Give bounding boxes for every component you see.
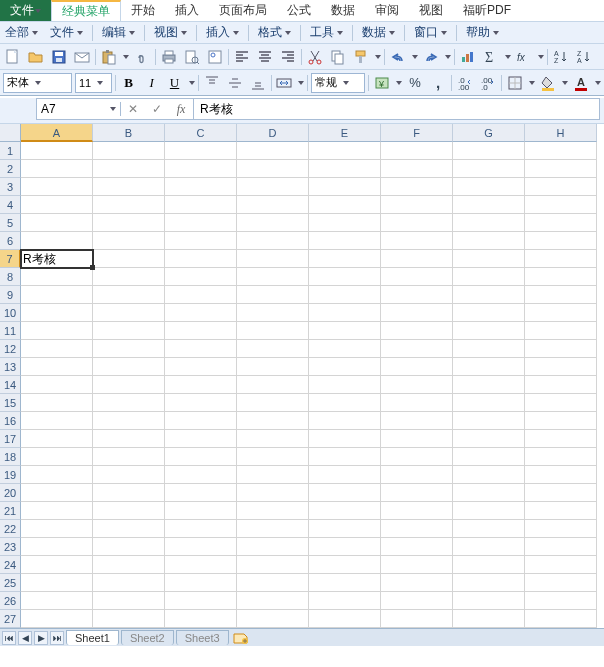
cell[interactable] (93, 322, 165, 340)
cell[interactable] (93, 178, 165, 196)
cell[interactable] (237, 268, 309, 286)
cell[interactable] (453, 214, 525, 232)
attach-button[interactable] (132, 47, 152, 67)
cell[interactable] (237, 448, 309, 466)
cell[interactable] (93, 268, 165, 286)
menu-all[interactable]: 全部 (2, 24, 41, 41)
cell[interactable] (453, 196, 525, 214)
cell[interactable] (309, 178, 381, 196)
column-header[interactable]: A (21, 124, 93, 142)
cell[interactable] (165, 268, 237, 286)
menu-view[interactable]: 视图 (151, 24, 190, 41)
cell[interactable] (453, 142, 525, 160)
row-header[interactable]: 25 (0, 574, 21, 592)
cell[interactable] (309, 448, 381, 466)
currency-button[interactable]: ¥ (372, 73, 392, 93)
redo-button[interactable] (421, 47, 441, 67)
font-size-combo[interactable]: 11 (75, 73, 112, 93)
cell[interactable] (525, 538, 597, 556)
cell[interactable] (21, 304, 93, 322)
cell[interactable] (381, 574, 453, 592)
cell[interactable] (525, 610, 597, 628)
cell[interactable] (165, 142, 237, 160)
cell[interactable] (21, 466, 93, 484)
cell[interactable] (21, 484, 93, 502)
cell[interactable] (21, 286, 93, 304)
cell[interactable] (21, 556, 93, 574)
cell[interactable] (381, 358, 453, 376)
cell[interactable] (237, 340, 309, 358)
open-button[interactable] (26, 47, 46, 67)
sort-asc-button[interactable]: AZ (551, 47, 571, 67)
cell[interactable] (309, 250, 381, 268)
column-header[interactable]: G (453, 124, 525, 142)
cell[interactable] (381, 538, 453, 556)
cell[interactable] (525, 592, 597, 610)
cell[interactable] (21, 214, 93, 232)
cell[interactable] (309, 196, 381, 214)
menu-data[interactable]: 数据 (359, 24, 398, 41)
valign-middle-button[interactable] (225, 73, 245, 93)
cell[interactable] (525, 466, 597, 484)
cell[interactable] (21, 574, 93, 592)
cell[interactable] (237, 322, 309, 340)
sheet-nav-last[interactable]: ⏭ (50, 631, 64, 645)
menu-format[interactable]: 格式 (255, 24, 294, 41)
dropdown-icon[interactable] (445, 55, 451, 59)
percent-button[interactable]: % (405, 73, 425, 93)
cell[interactable] (165, 502, 237, 520)
new-button[interactable] (3, 47, 23, 67)
sheet-tab-2[interactable]: Sheet2 (121, 630, 174, 645)
cell[interactable] (237, 484, 309, 502)
cell[interactable] (381, 592, 453, 610)
cell[interactable] (21, 142, 93, 160)
row-header[interactable]: 4 (0, 196, 21, 214)
valign-top-button[interactable] (202, 73, 222, 93)
menu-tools[interactable]: 工具 (307, 24, 346, 41)
cell[interactable] (525, 412, 597, 430)
cell[interactable] (165, 394, 237, 412)
formula-input[interactable]: R考核 (194, 101, 599, 118)
row-header[interactable]: 24 (0, 556, 21, 574)
insert-function-fx-button[interactable]: fx (169, 99, 193, 119)
cell[interactable] (21, 358, 93, 376)
cell[interactable] (21, 376, 93, 394)
cell[interactable] (381, 250, 453, 268)
dropdown-icon[interactable] (538, 55, 544, 59)
tab-page-layout[interactable]: 页面布局 (209, 0, 277, 21)
format-painter-button[interactable] (351, 47, 371, 67)
cell[interactable] (93, 430, 165, 448)
cell[interactable] (93, 610, 165, 628)
cell[interactable] (93, 214, 165, 232)
copy-button[interactable] (328, 47, 348, 67)
row-header[interactable]: 21 (0, 502, 21, 520)
cell[interactable] (453, 376, 525, 394)
cell[interactable] (525, 178, 597, 196)
cell[interactable] (525, 448, 597, 466)
cell[interactable] (453, 520, 525, 538)
tab-view[interactable]: 视图 (409, 0, 453, 21)
cell[interactable] (237, 304, 309, 322)
cell[interactable] (525, 430, 597, 448)
cell[interactable] (381, 160, 453, 178)
tab-foxit-pdf[interactable]: 福昕PDF (453, 0, 521, 21)
cell[interactable] (21, 340, 93, 358)
cell[interactable] (525, 196, 597, 214)
cell[interactable] (309, 160, 381, 178)
cell[interactable] (165, 574, 237, 592)
cell[interactable] (21, 448, 93, 466)
cell[interactable] (525, 142, 597, 160)
cell[interactable] (381, 520, 453, 538)
cell[interactable] (309, 538, 381, 556)
cell[interactable] (525, 268, 597, 286)
italic-button[interactable]: I (142, 73, 162, 93)
row-header[interactable]: 5 (0, 214, 21, 232)
cell[interactable] (165, 376, 237, 394)
cell[interactable] (93, 304, 165, 322)
dropdown-icon[interactable] (562, 81, 568, 85)
increase-decimal-button[interactable]: .0.00 (455, 73, 475, 93)
cut-button[interactable] (305, 47, 325, 67)
cell[interactable] (93, 502, 165, 520)
cell[interactable] (237, 592, 309, 610)
cell[interactable] (309, 358, 381, 376)
